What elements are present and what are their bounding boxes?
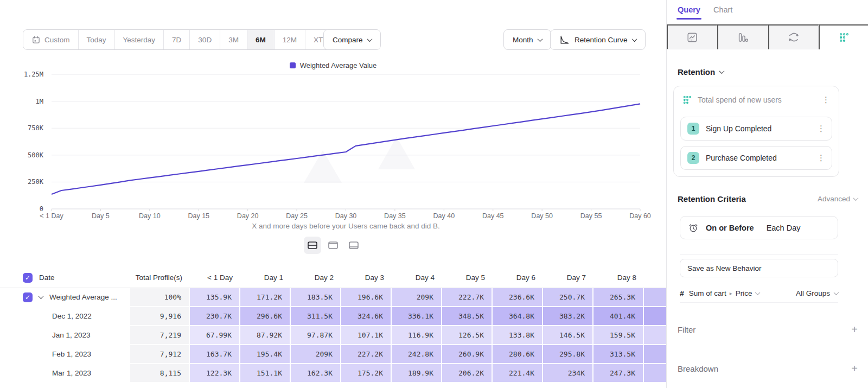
number-type-icon: # <box>680 289 684 298</box>
chevron-down-icon <box>537 36 542 42</box>
row-checkbox[interactable]: ✓ <box>23 292 33 302</box>
table-cell: 221.4K <box>493 364 543 383</box>
report-tab-insights[interactable] <box>667 24 717 49</box>
tab-query[interactable]: Query <box>678 5 700 20</box>
table-cell: 133.8K <box>493 326 543 345</box>
report-tab-funnels[interactable] <box>717 24 768 49</box>
table-cell-partial <box>644 345 666 364</box>
chart-line <box>52 104 640 194</box>
behavior-card: Total spend of new users ⋮ 1 Sign Up Com… <box>673 86 839 177</box>
table-view-icon <box>349 241 359 250</box>
date-range-selector: CustomTodayYesterday7D30D3M6M12MXTD <box>23 29 344 50</box>
add-filter-button[interactable]: + <box>851 324 858 335</box>
chevron-down-icon <box>631 36 637 42</box>
criteria-timing-selector[interactable]: On or Before Each Day <box>680 216 838 239</box>
group-filter-dropdown[interactable]: All Groups <box>796 289 838 297</box>
column-header: Day 8 <box>593 268 644 288</box>
table-cell-partial <box>644 364 666 383</box>
y-axis-tick-label: 500K <box>10 151 43 159</box>
table-row[interactable]: Feb 1, 20237,912163.7K195.4K209K227.2K24… <box>0 345 666 364</box>
save-as-new-behavior-button[interactable]: Save as New Behavior <box>680 259 838 277</box>
range-6m[interactable]: 6M <box>247 30 275 49</box>
column-header: Day 4 <box>392 268 442 288</box>
chart-legend[interactable]: Weighted Average Value <box>0 61 666 69</box>
breakdown-section: Breakdown + <box>678 363 858 374</box>
compare-label: Compare <box>333 36 363 44</box>
x-axis-tick-label: Day 15 <box>188 212 209 220</box>
watermark-triangle <box>378 137 415 169</box>
table-cell: 265.3K <box>593 288 644 307</box>
column-header: Day 1 <box>240 268 291 288</box>
table-cell: 348.5K <box>442 307 493 326</box>
range-3m[interactable]: 3M <box>220 30 247 49</box>
granularity-button[interactable]: Month <box>503 29 551 50</box>
column-header: < 1 Day <box>190 268 240 288</box>
timing-mode: On or Before <box>706 224 754 232</box>
query-sidebar: Query Chart Retention Total spend of new… <box>666 0 868 388</box>
chart-caption: X and more days before your Users came b… <box>52 222 640 230</box>
y-axis-tick-label: 1.25M <box>10 71 43 78</box>
retention-criteria-row: Retention Criteria Advanced <box>678 194 858 203</box>
chart-type-button[interactable]: Retention Curve <box>550 29 646 50</box>
behavior-step-2[interactable]: 2 Purchase Completed ⋮ <box>680 146 832 170</box>
report-tab-retention[interactable] <box>819 24 868 49</box>
total-profiles-cell: 7,219 <box>130 326 190 345</box>
total-profiles-cell: 100% <box>130 288 190 307</box>
kebab-menu-icon[interactable]: ⋮ <box>821 95 831 105</box>
range-today[interactable]: Today <box>79 30 115 49</box>
range-yesterday[interactable]: Yesterday <box>115 30 164 49</box>
row-label: Dec 1, 2022 <box>52 312 92 320</box>
criteria-mode-dropdown[interactable]: Advanced <box>818 195 858 203</box>
x-axis-tick-label: Day 45 <box>482 212 504 220</box>
range-12m[interactable]: 12M <box>275 30 305 49</box>
table-cell: 336.1K <box>392 307 442 326</box>
range-label: Custom <box>44 36 70 44</box>
table-row[interactable]: Mar 1, 20238,115122.3K151.1K162.3K175.2K… <box>0 364 666 383</box>
row-label: Weighted Average ... <box>49 293 117 301</box>
table-cell: 227.2K <box>341 345 392 364</box>
table-cell: 97.87K <box>291 326 341 345</box>
retention-section-header[interactable]: Retention <box>678 67 724 77</box>
table-row[interactable]: Jan 1, 20237,21967.99K87.92K97.87K107.1K… <box>0 326 666 345</box>
table-cell: 383.2K <box>543 307 593 326</box>
table-cell: 222.7K <box>442 288 493 307</box>
table-row[interactable]: ✓Weighted Average ...100%135.9K171.2K183… <box>0 288 666 307</box>
chart-view-icon <box>328 241 338 250</box>
add-breakdown-button[interactable]: + <box>851 363 858 374</box>
criteria-title: Retention Criteria <box>678 194 746 203</box>
behavior-title[interactable]: Total spend of new users <box>698 96 815 104</box>
range-30d[interactable]: 30D <box>190 30 220 49</box>
step-label: Sign Up Completed <box>706 124 809 133</box>
x-axis-tick-label: Day 50 <box>531 212 553 220</box>
table-view-toggle[interactable] <box>345 237 362 254</box>
tab-chart[interactable]: Chart <box>713 5 732 20</box>
table-cell: 126.5K <box>442 326 493 345</box>
split-view-toggle[interactable] <box>304 237 321 254</box>
granularity-label: Month <box>513 36 533 44</box>
select-all-checkbox[interactable]: ✓ <box>23 273 33 283</box>
table-row[interactable]: Dec 1, 20229,916230.7K296.6K311.5K324.6K… <box>0 307 666 326</box>
kebab-menu-icon[interactable]: ⋮ <box>816 153 826 163</box>
kebab-menu-icon[interactable]: ⋮ <box>816 124 826 133</box>
row-label: Feb 1, 2023 <box>52 350 91 358</box>
row-label: Jan 1, 2023 <box>52 331 91 339</box>
chart-type-label: Retention Curve <box>575 36 628 44</box>
chart-view-toggle[interactable] <box>324 237 342 254</box>
y-axis-tick-label: 0 <box>10 205 43 213</box>
report-tab-flows[interactable] <box>768 24 819 49</box>
compare-button[interactable]: Compare <box>323 29 381 50</box>
measure-property-dropdown[interactable]: Sum of cart ▸ Price <box>689 289 760 297</box>
table-cell: 116.9K <box>392 326 442 345</box>
table-cell: 135.9K <box>190 288 240 307</box>
range-7d[interactable]: 7D <box>164 30 190 49</box>
table-cell: 196.6K <box>341 288 392 307</box>
x-axis-tick-label: Day 20 <box>237 212 259 220</box>
table-cell: 151.1K <box>240 364 291 383</box>
behavior-step-1[interactable]: 1 Sign Up Completed ⋮ <box>680 117 832 141</box>
chevron-down-icon[interactable] <box>39 294 44 299</box>
table-cell: 260.9K <box>442 345 493 364</box>
table-cell: 146.5K <box>543 326 593 345</box>
range-custom[interactable]: Custom <box>23 30 79 49</box>
measure-row: # Sum of cart ▸ Price All Groups <box>680 284 838 303</box>
column-header: Total Profile(s) <box>130 268 190 288</box>
